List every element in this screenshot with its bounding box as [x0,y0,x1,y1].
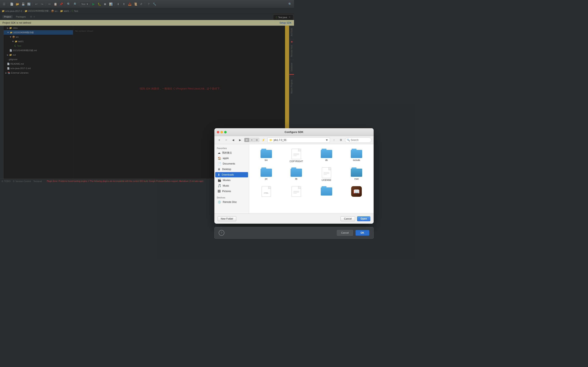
file-item-copyright[interactable]: COPYRIGHT [283,147,294,164]
action-btn[interactable]: ⚡ [260,137,266,143]
documents-icon: 📄 [218,162,221,165]
dialog-sidebar: Favorites ☁ 我的微云 🏠 apple 📄 Documents [214,144,249,184]
apple-icon: 🏠 [218,157,221,160]
view-grid-btn[interactable]: ⊞ [244,138,249,142]
dialog-title: Configure SDK [285,131,294,133]
jre-label: jre [265,178,268,180]
weiyun-icon: ☁ [218,151,221,154]
dialog-container: Configure SDK + − ◀ ▶ ⊞ ≡ ⊟ ⚡ � [214,128,294,184]
dialog-close-btn[interactable] [217,131,219,133]
sidebar-loc-documents[interactable]: 📄 Documents [215,161,248,166]
file-item-jre[interactable]: jre [252,166,280,183]
remove-btn[interactable]: − [223,137,229,143]
path-selector[interactable]: 📁 jdk1.7.0_55 ▼ [268,137,294,143]
dialog-minimize-btn[interactable] [221,131,223,133]
dialog-toolbar: + − ◀ ▶ ⊞ ≡ ⊟ ⚡ 📁 jdk1.7.0_55 ▼ [214,136,294,144]
configure-sdk-dialog: Configure SDK + − ◀ ▶ ⊞ ≡ ⊟ ⚡ � [214,128,294,184]
file-grid: bin COPYRIGHT [249,144,294,184]
downloads-icon: ⬇ [218,173,220,176]
dialog-titlebar: Configure SDK [214,128,294,136]
sidebar-loc-movies[interactable]: 🎬 Movies [215,178,248,183]
sidebar-loc-downloads[interactable]: ⬇ Downloads [215,172,248,177]
dialog-overlay: Configure SDK + − ◀ ▶ ⊞ ≡ ⊟ ⚡ � [0,0,294,184]
copyright-label: COPYRIGHT [290,160,294,162]
jre-folder-icon [260,167,272,177]
file-item-lib[interactable]: lib [283,166,294,183]
copyright-doc-icon [292,149,294,159]
add-folder-btn[interactable]: + [216,137,222,143]
sidebar-loc-desktop[interactable]: 🖥 Desktop [215,167,248,172]
favorites-label: Favorites [214,146,249,150]
dialog-body: Favorites ☁ 我的微云 🏠 apple 📄 Documents [214,144,294,184]
path-label: jdk1.7.0_55 [274,139,294,142]
back-btn[interactable]: ◀ [230,137,236,143]
path-folder-icon: 📁 [269,139,272,142]
dialog-traffic-lights [217,131,227,133]
movies-icon: 🎬 [218,179,221,182]
view-mode-btns: ⊞ ≡ ⊟ [244,138,259,142]
dialog-maximize-btn[interactable] [224,131,227,133]
view-columns-btn[interactable]: ⊟ [254,138,259,142]
bin-folder-icon [260,149,272,158]
sidebar-loc-apple[interactable]: 🏠 apple [215,156,248,161]
sidebar-loc-weiyun[interactable]: ☁ 我的微云 [215,150,248,155]
desktop-icon: 🖥 [218,167,221,171]
view-list-btn[interactable]: ≡ [250,138,254,142]
sidebar-loc-music[interactable]: 🎵 Music [215,183,248,184]
lib-folder-icon [291,167,294,177]
bin-label: bin [265,159,268,161]
file-item-bin[interactable]: bin [252,147,280,164]
forward-btn[interactable]: ▶ [237,137,243,143]
